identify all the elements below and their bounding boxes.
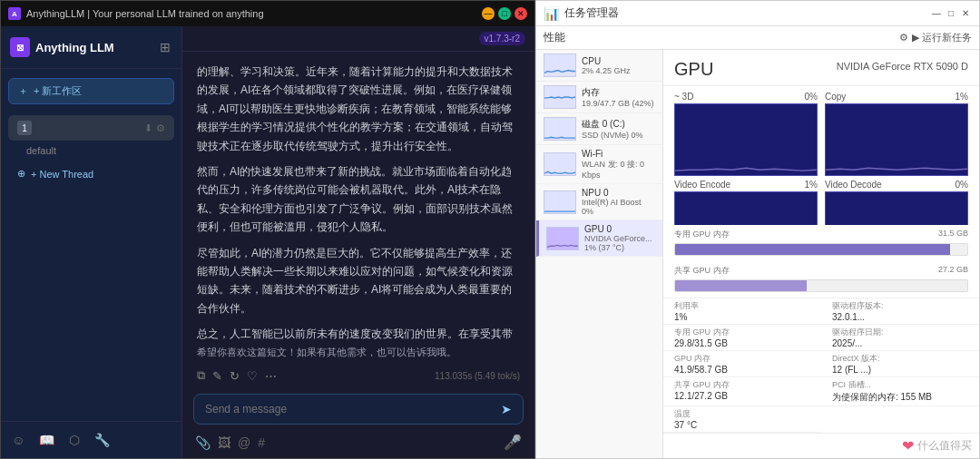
tm-minimize-button[interactable]: —: [930, 7, 943, 20]
chat-input[interactable]: [205, 403, 501, 415]
chat-bottom-toolbar: 📎 🖼 @ # 🎤: [182, 428, 534, 458]
like-icon[interactable]: ♡: [247, 369, 258, 383]
at-icon[interactable]: @: [238, 435, 250, 450]
tag-icon[interactable]: #: [258, 435, 265, 450]
chart-3d-canvas: [674, 103, 818, 176]
settings-icon[interactable]: ⚙: [156, 122, 165, 134]
label-vencode-pct: 1%: [805, 180, 818, 190]
chart-vencode-label: Video Encode 1%: [674, 180, 818, 190]
send-button[interactable]: ➤: [501, 402, 512, 416]
wifi-sub: WLAN 发: 0 接: 0 Kbps: [582, 159, 655, 180]
label-copy-pct: 1%: [956, 92, 968, 102]
workspace-name[interactable]: default: [1, 142, 181, 159]
edit-icon[interactable]: ✎: [212, 369, 222, 383]
tm-resource-npu[interactable]: NPU 0 Intel(R) AI Boost 0%: [536, 184, 662, 220]
taskmanager-window: 📊 任务管理器 — □ ✕ 性能 ⚙ ▶ 运行新任务: [535, 0, 980, 459]
tm-title-label: 任务管理器: [564, 5, 619, 21]
watermark-icon: ❤: [902, 437, 914, 454]
cpu-graph: [544, 54, 576, 77]
gpu-header: GPU NVIDIA GeForce RTX 5090 D: [663, 50, 979, 86]
gpu-vram-dedicated: 专用 GPU 内存 31.5 GB: [663, 225, 979, 261]
titlebar-left: A AnythingLLM | Your personal LLM traine…: [8, 7, 264, 20]
new-thread-button[interactable]: ⊕ + New Thread: [8, 162, 174, 185]
tm-resource-memory[interactable]: 内存 19.9/47.7 GB (42%): [536, 82, 662, 113]
plus-icon: ＋: [18, 84, 28, 98]
gpu-chart-row-1: ~ 3D 0% Copy 1%: [674, 92, 968, 176]
share-icon[interactable]: ⬡: [65, 429, 83, 451]
book-icon[interactable]: 📖: [35, 429, 58, 451]
mic-icon[interactable]: 🎤: [504, 434, 522, 451]
image-icon[interactable]: 🖼: [218, 435, 230, 450]
chat-timing: 113.035s (5.49 tok/s): [435, 371, 520, 381]
gpu-sub: NVIDIA GeForce... 1% (37 °C): [584, 234, 655, 252]
logo-icon: ⊠: [10, 37, 30, 57]
stat-driver-date: 驱动程序日期: 2025/...: [821, 325, 979, 351]
chat-actions-bar: ⧉ ✎ ↻ ♡ ⋯ 113.035s (5.49 tok/s): [182, 365, 534, 390]
window-title: AnythingLLM | Your personal LLM trained …: [26, 8, 264, 19]
utilization-label: 利用率: [674, 300, 810, 312]
close-button[interactable]: ✕: [514, 7, 527, 20]
workspace-number: 1: [17, 121, 32, 135]
more-icon[interactable]: ⋯: [265, 369, 277, 383]
chat-paragraph-2: 然而，AI的快速发展也带来了新的挑战。就业市场面临着自动化趋代的压力，许多传统岗…: [197, 162, 520, 237]
sidebar-layout-icon[interactable]: ⊞: [158, 38, 172, 56]
npu-info: NPU 0 Intel(R) AI Boost 0%: [582, 188, 655, 216]
gpu-chart-3d: ~ 3D 0%: [674, 92, 818, 176]
tm-resource-wifi[interactable]: Wi-Fi WLAN 发: 0 接: 0 Kbps: [536, 145, 662, 184]
wrench-icon[interactable]: 🔧: [91, 429, 113, 451]
stat-shared-vram: 共享 GPU 内存 12.1/27.2 GB: [663, 377, 821, 406]
new-workspace-label: + 新工作区: [34, 84, 82, 98]
directx-label: DirectX 版本:: [832, 353, 968, 365]
pci-label: PCI 插槽...: [832, 379, 968, 391]
cpu-sub: 2% 4.25 GHz: [582, 66, 655, 75]
driver-version-label: 驱动程序版本:: [832, 300, 968, 312]
tm-resource-list: CPU 2% 4.25 GHz 内存 19.9/47.7 GB (42%): [536, 50, 662, 257]
wifi-info: Wi-Fi WLAN 发: 0 接: 0 Kbps: [582, 149, 655, 180]
download-icon[interactable]: ⬇: [144, 122, 152, 134]
tm-run-new-task-button[interactable]: ▶ 运行新任务: [912, 31, 972, 44]
attachment-icon[interactable]: 📎: [195, 435, 211, 450]
new-workspace-button[interactable]: ＋ + 新工作区: [8, 78, 174, 104]
minimize-button[interactable]: —: [482, 7, 495, 20]
disk-sub: SSD (NVMe) 0%: [582, 131, 655, 140]
tm-maximize-button[interactable]: □: [945, 7, 957, 20]
memory-info: 内存 19.9/47.7 GB (42%): [582, 86, 655, 108]
temperature-label: 温度: [674, 408, 810, 420]
workspace-item[interactable]: 1 ⬇ ⚙: [8, 115, 174, 141]
gpu-model: NVIDIA GeForce RTX 5090 D: [837, 61, 968, 72]
tm-toolbar-right: ⚙ ▶ 运行新任务: [899, 31, 972, 44]
npu-name: NPU 0: [582, 188, 655, 198]
tm-close-button[interactable]: ✕: [959, 7, 972, 20]
chart-copy-canvas: [825, 103, 968, 176]
tm-titlebar: 📊 任务管理器 — □ ✕: [536, 1, 979, 26]
tm-resource-disk[interactable]: 磁盘 0 (C:) SSD (NVMe) 0%: [536, 113, 662, 145]
shared-vram-stat-label: 共享 GPU 内存: [674, 379, 810, 391]
stat-driver-version: 驱动程序版本: 32.0.1...: [821, 298, 979, 325]
workspace-actions: ⬇ ⚙: [144, 122, 165, 134]
tm-settings-icon: ⚙: [899, 32, 908, 44]
cpu-name: CPU: [582, 56, 655, 66]
gpu-chart-vdecode: Video Decode 0%: [825, 180, 968, 225]
emoji-icon[interactable]: ☺: [8, 429, 28, 451]
svg-rect-2: [675, 192, 817, 225]
chat-paragraph-1: 的理解、学习和决策。近年来，随着计算能力的提升和大数据技术的发展，AI在各个领域…: [197, 63, 520, 155]
memory-graph: [544, 85, 576, 109]
gpu-chart-row-2: Video Encode 1% Video Decode: [674, 180, 968, 225]
gpu-chart-area: ~ 3D 0% Copy 1%: [663, 86, 979, 225]
tm-resource-cpu[interactable]: CPU 2% 4.25 GHz: [536, 50, 662, 82]
shared-vram-bar-bg: [674, 279, 968, 292]
tm-resource-gpu[interactable]: GPU 0 NVIDIA GeForce... 1% (37 °C): [536, 220, 662, 257]
maximize-button[interactable]: □: [498, 7, 511, 20]
driver-version-value: 32.0.1...: [832, 312, 968, 322]
svg-rect-1: [826, 104, 967, 175]
tm-sidebar: CPU 2% 4.25 GHz 内存 19.9/47.7 GB (42%): [536, 50, 663, 458]
memory-name: 内存: [582, 86, 655, 99]
anythingllm-titlebar: A AnythingLLM | Your personal LLM traine…: [1, 1, 534, 26]
directx-value: 12 (FL ...): [832, 365, 968, 375]
copy-icon[interactable]: ⧉: [197, 368, 205, 383]
gpu-name: GPU 0: [584, 224, 655, 234]
chat-messages[interactable]: 的理解、学习和决策。近年来，随着计算能力的提升和大数据技术的发展，AI在各个领域…: [182, 52, 534, 342]
memory-sub: 19.9/47.7 GB (42%): [582, 99, 655, 108]
refresh-icon[interactable]: ↻: [230, 369, 240, 383]
sidebar: ⊠ Anything LLM ⊞ ＋ + 新工作区 1 ⬇ ⚙ default …: [1, 26, 182, 458]
